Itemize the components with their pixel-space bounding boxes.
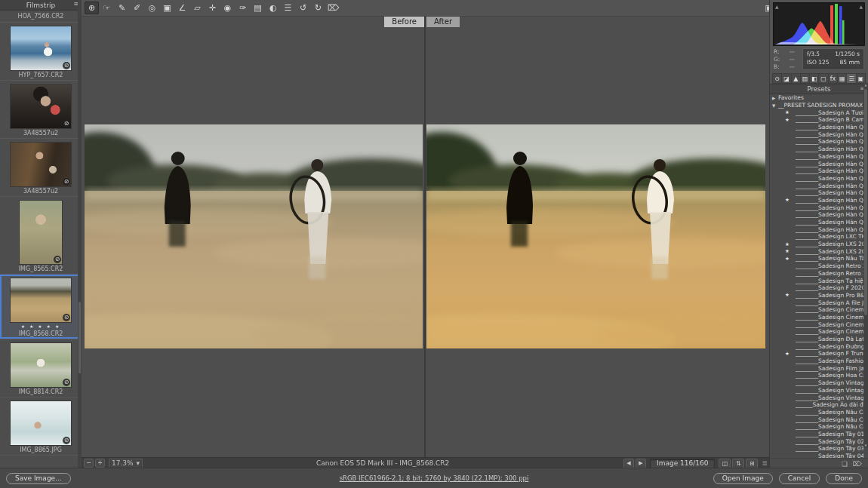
preset-item[interactable]: ★________Sadesign LXS 2020 3 <box>770 247 863 255</box>
cancel-button[interactable]: Cancel <box>779 473 820 484</box>
tab-presets[interactable]: ☰ <box>846 73 855 84</box>
preset-item[interactable]: ________Sadesign Cinematic 1 <box>770 306 863 314</box>
crop-tool[interactable]: ▣ <box>160 2 174 14</box>
scrollbar-thumb[interactable] <box>78 302 81 373</box>
adjustment-brush-tool[interactable]: ✑ <box>235 2 250 14</box>
preset-item[interactable]: ________Sadesign Hàn Quốc 5 nâu nhẹ <box>770 182 863 189</box>
scrollbar-thumb[interactable] <box>864 89 867 315</box>
preset-item[interactable]: ________Sadesign Hàn Quốc 0 2020 Pro <box>770 124 863 131</box>
zoom-out-button[interactable]: − <box>84 459 94 468</box>
tab-detail[interactable]: ▲ <box>791 73 800 84</box>
scroll-down-icon[interactable]: ▼ <box>863 443 868 448</box>
preferences-tool[interactable]: ☰ <box>281 2 295 14</box>
preset-item[interactable]: ________Sadesign Hàn Quốc 99 <box>770 219 863 226</box>
preset-item[interactable]: ________Sadesign Hàn Quốc 3C <box>770 167 863 175</box>
white-balance-tool[interactable]: ✎ <box>115 2 129 14</box>
highlight-clipping-icon[interactable]: ▲ <box>859 4 863 10</box>
preset-item[interactable]: ________Sadesign Nâu Cafe 3 <box>770 423 863 431</box>
hand-tool[interactable]: ☞ <box>100 2 114 14</box>
preset-item[interactable]: ________Sadesign Hàn Quốc 8 <box>770 204 863 211</box>
preset-item[interactable]: ★________Sadesign Hàn Quốc 7 2020 Pro 2 <box>770 197 863 204</box>
preset-item[interactable]: ________Sadesign Hàn Quốc 0 2020 Pro 2 <box>770 130 863 138</box>
preset-item[interactable]: ________Sadesign Film JaPan 2020 <box>770 364 863 372</box>
filmstrip-cell[interactable]: ⊘3A48557u2 <box>0 139 82 197</box>
done-button[interactable]: Done <box>826 473 862 484</box>
preset-item[interactable]: ________Sadesign Vintage Wedding 2 <box>770 387 863 394</box>
before-tab[interactable]: Before <box>384 17 424 27</box>
tab-camera-calibration[interactable]: ▦ <box>837 73 846 84</box>
thumbnail[interactable]: ⊘ <box>11 343 71 387</box>
preset-group[interactable]: ▶Favorites <box>770 94 863 102</box>
tab-effects[interactable]: fx <box>828 73 837 84</box>
trash-icon[interactable]: ⌦ <box>853 460 862 468</box>
preset-item[interactable]: ________Sadesign Vintage Wedding 3 <box>770 394 863 401</box>
preset-item[interactable]: ________Sadesign Hàn Quốc 3A <box>770 160 863 167</box>
rating-stars[interactable]: ★ ★ ★ ★ ★ <box>21 324 61 329</box>
open-image-button[interactable]: Open Image <box>713 473 773 484</box>
trash-tool[interactable]: ⌦ <box>326 2 340 14</box>
preset-item[interactable]: ★________Sadesign Pro B&W 2 <box>770 292 863 299</box>
targeted-adjustment-tool[interactable]: ◎ <box>145 2 159 14</box>
thumbnail[interactable]: ⊘ <box>11 278 71 322</box>
preset-item[interactable]: ________Sadesign Fashion 2020 <box>770 358 863 365</box>
tab-tone-curve[interactable]: ◪ <box>781 73 790 84</box>
shadow-clipping-icon[interactable]: ▲ <box>775 4 779 10</box>
thumbnail[interactable]: ⊘ <box>11 401 71 445</box>
preset-item[interactable]: ★________Sadesign Nâu Tây <box>770 255 863 262</box>
thumbnail[interactable]: ⊘ <box>11 84 71 128</box>
preset-item[interactable]: ________Sadesign Cinematic 3 <box>770 328 863 336</box>
copy-settings-button[interactable]: ⊞ <box>746 459 758 468</box>
preset-item[interactable]: ________Sadesign Retro 2020 2 <box>770 270 863 278</box>
red-eye-tool[interactable]: ◉ <box>220 2 235 14</box>
rotate-left-tool[interactable]: ↺ <box>296 2 310 14</box>
preset-item[interactable]: ________Sadesign Hàn Quốc 2 <box>770 146 863 153</box>
scroll-up-icon[interactable]: ▲ <box>863 83 868 87</box>
tab-snapshots[interactable]: ▣ <box>856 73 866 84</box>
thumbnail[interactable]: ⊘ <box>11 143 71 186</box>
filmstrip-cell[interactable]: ⊘3A48557u2 <box>0 81 82 139</box>
filmstrip-cell[interactable]: ⊘IMG_8814.CR2 <box>0 339 82 397</box>
preset-item[interactable]: ★________Sadesign LXS 2020 1 <box>770 241 863 248</box>
preset-item[interactable]: ________Sadesign Hàn Quốc 999 <box>770 226 863 233</box>
straighten-tool[interactable]: ∠ <box>175 2 189 14</box>
preset-item[interactable]: ________Sadesign A file JPG <box>770 299 863 306</box>
preset-item[interactable]: ________Sadesign Vintage Wedding 1 <box>770 379 863 387</box>
preset-item[interactable]: ________Sadesign Hoa Cải Đẹp <box>770 372 863 379</box>
preset-item[interactable]: ________Sadesign Hàn Quốc 3 <box>770 153 863 161</box>
preset-item[interactable]: ________Sadesign Tây 04 <box>770 453 863 458</box>
filmstrip-cell[interactable]: ⊘IMG_8865.JPG <box>0 397 82 456</box>
preset-item[interactable]: ★________Sadesign A Tươi Sáng <box>770 109 863 116</box>
preset-item[interactable]: ________Sadesign Cinematic 2 <box>770 314 863 321</box>
save-image-button[interactable]: Save Image... <box>6 473 71 484</box>
spot-removal-tool[interactable]: ✛ <box>205 2 220 14</box>
preset-item[interactable]: ________Sadesign Hàn Quốc 9 <box>770 211 863 219</box>
swap-before-after-button[interactable]: ⇅ <box>732 459 744 468</box>
workflow-options-link[interactable]: sRGB IEC61966-2.1; 8 bit; 5760 by 3840 (… <box>340 474 529 482</box>
zoom-in-button[interactable]: + <box>95 459 105 468</box>
preset-item[interactable]: ________Sadesign Hàn Quốc 6A <box>770 189 863 197</box>
preset-item[interactable]: ________Sadesign Hàn Quốc 1 <box>770 138 863 146</box>
filmstrip-cell[interactable]: ⊘★ ★ ★ ★ ★IMG_8568.CR2 <box>0 275 82 339</box>
preset-item[interactable]: ________Sadesign Cinematic 3 <box>770 321 863 328</box>
previous-image-button[interactable]: ◀ <box>623 459 634 468</box>
after-image[interactable] <box>426 124 765 348</box>
tab-basic[interactable]: ⊙ <box>772 73 781 84</box>
zoom-tool[interactable]: ⊕ <box>85 2 99 14</box>
radial-filter-tool[interactable]: ◐ <box>266 2 280 14</box>
preset-item[interactable]: ______Sadesign Áo dài đỏ đô <box>770 401 863 409</box>
preset-item[interactable]: ________Sadesign Đà Lạt <box>770 336 863 343</box>
after-tab[interactable]: After <box>426 17 460 27</box>
preset-item[interactable]: ________Sadesign Tây 02 <box>770 437 863 445</box>
rotate-right-tool[interactable]: ↻ <box>311 2 325 14</box>
preset-group[interactable]: ▼__PRESET SADESIGN PROMAX 2020 V2 <box>770 102 863 109</box>
tab-split-toning[interactable]: ◧ <box>809 73 818 84</box>
preset-item[interactable]: ★________Sadesign B Cam Tươi <box>770 116 863 124</box>
before-after-view-button[interactable]: ◫ <box>719 459 731 468</box>
new-preset-icon[interactable]: ❏ <box>842 460 848 468</box>
preset-item[interactable]: ________Sadesign Nâu Cafe <box>770 409 863 416</box>
preset-item[interactable]: ________Sadesign Hàn Quốc 4 ấm áp <box>770 175 863 183</box>
preset-item[interactable]: ________Sadesign Đường Phố 1 <box>770 342 863 350</box>
filmstrip-cell[interactable]: ⊘HYP_7657.CR2 <box>0 23 82 81</box>
preset-item[interactable]: ________Sadesign Retro 2020 <box>770 262 863 270</box>
presets-scrollbar[interactable]: ▲ ▼ <box>863 83 868 448</box>
